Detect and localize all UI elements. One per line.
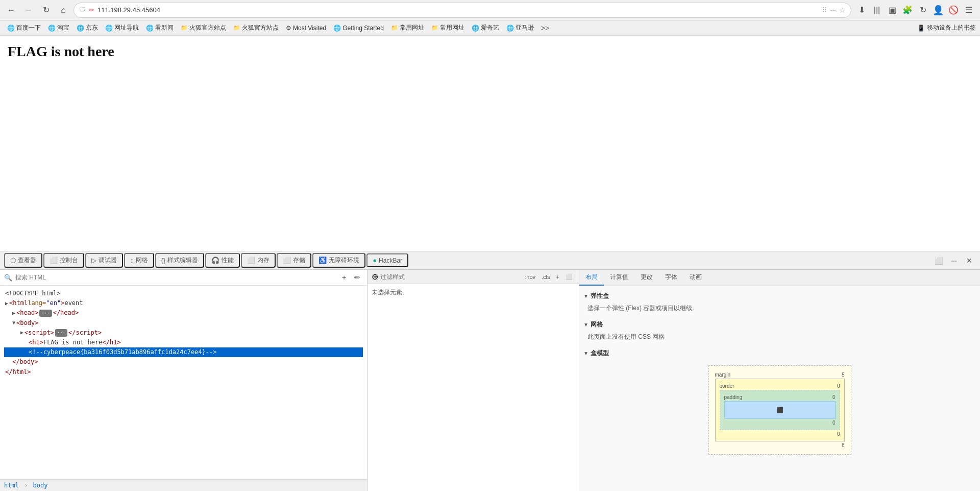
close-devtools-button[interactable]: ✕ — [963, 254, 976, 267]
folder-icon: 📁 — [391, 25, 398, 31]
nav-right: ⬇ ||| ▣ 🧩 ↻ 👤 🚫 ☰ — [854, 3, 976, 17]
collapse-icon: ▼ — [583, 293, 589, 299]
bookmark-fox2[interactable]: 📁 火狐官方站点 — [230, 22, 282, 33]
style-editor-tab[interactable]: {} 样式编辑器 — [155, 253, 205, 268]
html-line-html[interactable]: ▶ <html lang= "en" > event — [4, 298, 363, 308]
console-tab[interactable]: ⬜ 控制台 — [43, 253, 84, 268]
new-rule-button[interactable]: ⬜ — [564, 273, 575, 280]
html-line-body[interactable]: ▼ <body> — [4, 318, 363, 328]
library-button[interactable]: ||| — [870, 3, 884, 17]
bookmark-label: 淘宝 — [57, 24, 69, 32]
flexbox-section-header[interactable]: ▼ 弹性盒 — [583, 290, 976, 302]
performance-tab[interactable]: 🎧 性能 — [205, 253, 240, 268]
html-toggle[interactable]: ▼ — [12, 319, 15, 327]
collapse-icon: ▼ — [583, 322, 589, 328]
back-button[interactable]: ← — [4, 3, 18, 17]
collapse-icon: ▼ — [583, 350, 589, 356]
container-button[interactable]: ▣ — [885, 3, 899, 17]
bookmark-common1[interactable]: 📁 常用网址 — [388, 22, 427, 33]
add-element-button[interactable]: + — [338, 272, 350, 283]
bookmark-getting-started[interactable]: 🌐 Getting Started — [330, 24, 387, 33]
padding-top-value: 0 — [832, 394, 836, 400]
tab-changes[interactable]: 更改 — [634, 270, 659, 286]
tab-computed[interactable]: 计算值 — [604, 270, 634, 286]
account-button[interactable]: 👤 — [931, 3, 945, 17]
bookmark-nav[interactable]: 🌐 网址导航 — [102, 22, 142, 33]
breadcrumb-html[interactable]: html — [4, 482, 19, 489]
html-line-body-close[interactable]: </body> — [4, 357, 363, 367]
sync-button[interactable]: ↻ — [916, 3, 930, 17]
style-editor-icon: {} — [161, 256, 166, 264]
bookmark-amazon[interactable]: 🌐 亚马逊 — [503, 22, 537, 33]
grid-section-header[interactable]: ▼ 网格 — [583, 319, 976, 331]
html-toggle[interactable]: ▶ — [5, 299, 8, 308]
bookmark-label: 百度一下 — [16, 24, 41, 32]
more-icon: ··· — [830, 6, 836, 14]
html-line-doctype: <!DOCTYPE html> — [4, 289, 363, 298]
grid-section: ▼ 网格 此页面上没有使用 CSS 网格 — [583, 319, 976, 343]
url-input[interactable] — [97, 6, 819, 14]
flexbox-section-body: 选择一个弹性 (Flex) 容器或项目以继续。 — [583, 302, 976, 315]
reload-button[interactable]: ↻ — [39, 3, 53, 17]
bookmarks-more-button[interactable]: >> — [539, 23, 551, 33]
debugger-tab[interactable]: ▷ 调试器 — [85, 253, 123, 268]
html-line-html-close[interactable]: </html> — [4, 367, 363, 377]
bookmark-label: 网址导航 — [114, 24, 139, 32]
bookmark-most-visited[interactable]: ⚙ Most Visited — [283, 24, 329, 33]
memory-tab[interactable]: ⬜ 内存 — [241, 253, 276, 268]
box-model-section-header[interactable]: ▼ 盒模型 — [583, 347, 976, 359]
border-top-value: 0 — [837, 383, 840, 389]
html-line-comment[interactable]: <!--cyberpeace{ba316f03d5b71ab896affc1da… — [4, 347, 363, 357]
html-toggle[interactable]: ▶ — [20, 329, 23, 337]
debugger-icon: ▷ — [91, 256, 96, 264]
bookmark-fox1[interactable]: 📁 火狐官方站点 — [178, 22, 229, 33]
border-label: border — [720, 383, 734, 389]
tab-layout[interactable]: 布局 — [579, 270, 604, 286]
grid-section-body: 此页面上没有使用 CSS 网格 — [583, 331, 976, 343]
bookmark-jd[interactable]: 🌐 京东 — [74, 22, 101, 33]
add-rule-button[interactable]: + — [554, 273, 561, 280]
blocked-button[interactable]: 🚫 — [946, 3, 961, 17]
bookmarks-mobile[interactable]: 📱 移动设备上的书签 — [917, 24, 976, 32]
network-tab[interactable]: ↕ 网络 — [124, 253, 154, 268]
hackbar-tab[interactable]: ● HackBar — [366, 253, 408, 267]
bookmark-iqiyi[interactable]: 🌐 爱奇艺 — [469, 22, 502, 33]
html-line-script[interactable]: ▶ <script> ··· </script> — [4, 328, 363, 338]
accessibility-tab[interactable]: ♿ 无障碍环境 — [312, 253, 365, 268]
bookmark-news[interactable]: 🌐 看新闻 — [143, 22, 177, 33]
tab-fonts[interactable]: 字体 — [659, 270, 683, 286]
hov-button[interactable]: :hov — [523, 273, 537, 280]
download-button[interactable]: ⬇ — [854, 3, 869, 17]
html-line-head[interactable]: ▶ <head> ··· </head> — [4, 308, 363, 318]
bookmark-label: 亚马逊 — [516, 24, 534, 32]
forward-button[interactable]: → — [21, 3, 36, 17]
styles-filter-input[interactable] — [380, 273, 521, 280]
breadcrumb: html › body — [0, 479, 367, 491]
more-options-button[interactable]: ··· — [947, 254, 961, 267]
dock-button[interactable]: ⬜ — [932, 254, 945, 267]
breadcrumb-body[interactable]: body — [33, 482, 48, 489]
console-icon: ⬜ — [50, 256, 58, 264]
star-icon: ☆ — [839, 6, 846, 14]
cls-button[interactable]: .cls — [540, 273, 552, 280]
accessibility-icon: ♿ — [318, 256, 327, 264]
bookmark-label: 看新闻 — [155, 24, 174, 32]
inspector-tab[interactable]: ⬡ 查看器 — [4, 253, 42, 268]
html-toggle[interactable]: ▶ — [12, 309, 15, 317]
html-panel: 🔍 + ✏ <!DOCTYPE html> ▶ <htm — [0, 270, 368, 491]
extensions-button[interactable]: 🧩 — [900, 3, 915, 17]
bookmark-common2[interactable]: 📁 常用网址 — [428, 22, 468, 33]
pick-element-button[interactable]: ✏ — [352, 272, 363, 283]
menu-button[interactable]: ☰ — [962, 3, 976, 17]
bookmarks-bar: 🌐 百度一下 🌐 淘宝 🌐 京东 🌐 网址导航 🌐 看新闻 📁 火狐官方站点 📁… — [0, 20, 980, 36]
html-search-input[interactable] — [15, 274, 335, 281]
bookmark-taobao[interactable]: 🌐 淘宝 — [45, 22, 72, 33]
performance-icon: 🎧 — [211, 256, 219, 264]
home-button[interactable]: ⌂ — [56, 3, 70, 17]
storage-tab[interactable]: ⬜ 存储 — [277, 253, 311, 268]
tab-animations[interactable]: 动画 — [683, 270, 708, 286]
content-dimensions: ⬛ — [776, 407, 783, 413]
html-line-h1[interactable]: <h1> FLAG is not here </h1> — [4, 338, 363, 347]
box-model-diagram: margin 8 border 0 — [708, 365, 851, 455]
bookmark-baidu[interactable]: 🌐 百度一下 — [4, 22, 44, 33]
